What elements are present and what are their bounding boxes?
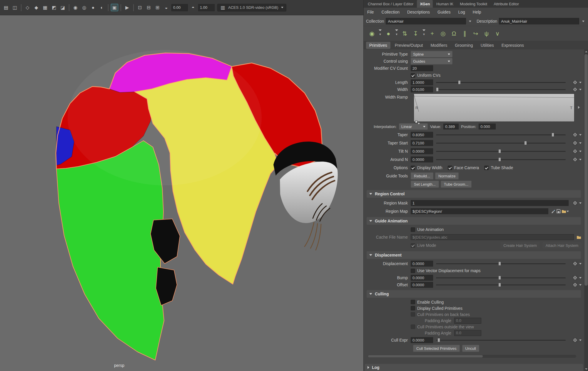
slider-thumb[interactable] [498,262,501,266]
scroll-up-button[interactable] [584,49,588,54]
slider-thumb[interactable] [498,283,501,287]
ramp-point-handle[interactable] [415,121,417,123]
culling-section-header[interactable]: Culling [367,290,581,298]
wireframe-icon[interactable]: ◇ [24,4,31,11]
map-button[interactable] [573,87,577,91]
displacement-section-header[interactable]: Displacement [367,251,581,259]
displacement-field[interactable] [411,261,433,267]
motion-blur-icon[interactable]: ◎ [81,4,88,11]
channel-menu-caret[interactable] [579,284,582,286]
map-button[interactable] [573,338,577,342]
depth-peeling-icon[interactable]: ◐ [98,4,106,11]
tab-channel-box-layer-editor[interactable]: Channel Box / Layer Editor [365,0,416,8]
save-icon[interactable] [556,209,561,214]
ramp-value-field[interactable] [443,124,459,129]
taper-slider[interactable] [436,132,566,137]
channel-menu-caret[interactable] [579,82,582,83]
menu-guides[interactable]: Guides [437,10,450,14]
paintbrush-icon[interactable] [551,209,556,214]
channel-menu-caret[interactable] [579,277,582,279]
map-button[interactable] [573,276,577,280]
slider-thumb[interactable] [524,141,527,145]
control-using-dropdown[interactable]: Guides [411,58,452,64]
clear-preview-icon[interactable]: ∨ [493,29,502,38]
slider-thumb[interactable] [436,87,439,91]
offset-field[interactable] [411,282,433,288]
collection-field[interactable] [386,18,466,24]
uncull-button[interactable]: Uncull [462,345,479,352]
tab-modeling-toolkit[interactable]: Modeling Toolkit [457,0,490,8]
normalize-button[interactable]: Normalize [435,172,459,179]
channel-menu-caret[interactable] [579,159,582,160]
film-gate-icon[interactable]: ⊟ [145,4,152,11]
slider-thumb[interactable] [498,276,501,280]
cull-expr-slider[interactable] [436,338,566,342]
shaded-icon[interactable]: ◆ [33,4,40,11]
length-slider[interactable] [436,80,566,85]
menu-log[interactable]: Log [458,10,465,14]
guide-display-caret[interactable]: ▾ [379,29,382,38]
cull-expr-field[interactable] [411,337,433,343]
use-vector-displacement-checkbox[interactable] [411,269,415,273]
guide-animation-section-header[interactable]: Guide Animation [367,217,581,225]
rebuild-button[interactable]: Rebuild... [411,172,433,179]
map-button[interactable] [573,149,577,153]
tab-human-ik[interactable]: Human IK [433,0,456,8]
gamma-icon[interactable]: ◓ [189,4,197,11]
gate-mask-icon[interactable]: ⊞ [154,4,161,11]
ramp-point-indicator[interactable] [418,122,420,124]
face-camera-checkbox[interactable] [448,166,452,170]
preview-primitives-icon[interactable]: ψ [482,29,491,38]
ramp-next-button[interactable] [576,104,582,111]
display-culled-checkbox[interactable] [411,306,415,310]
slider-thumb[interactable] [498,157,501,162]
cull-back-faces-checkbox[interactable] [411,312,415,317]
ramp-position-field[interactable] [479,124,496,129]
export-patches-icon[interactable]: ↧ [412,29,420,38]
slider-thumb[interactable] [458,80,461,84]
folder-icon[interactable] [576,234,582,240]
bump-field[interactable] [411,275,433,281]
map-button[interactable] [573,133,577,137]
use-animation-checkbox[interactable] [411,227,415,232]
slider-thumb[interactable] [552,133,554,137]
multisample-icon[interactable]: ● [89,4,97,11]
tube-shade-checkbox[interactable] [484,166,489,170]
menu-collection[interactable]: Collection [382,10,400,14]
around-n-slider[interactable] [436,157,566,162]
gamma-field[interactable] [198,4,215,11]
uniform-cvs-checkbox[interactable] [411,73,415,78]
taper-field[interactable] [411,132,433,138]
cull-outside-view-checkbox[interactable] [411,325,415,329]
shadows-icon[interactable]: ◪ [59,4,66,11]
interpolation-dropdown[interactable]: Linear [399,123,428,130]
cull-selected-primitives-button[interactable]: Cull Selected Primitives [413,345,460,352]
live-mode-checkbox[interactable] [411,243,415,248]
padding-angle-2-field[interactable] [454,330,481,336]
export-patches-caret[interactable]: ▾ [422,29,425,38]
channel-menu-caret[interactable] [579,142,582,144]
display-width-checkbox[interactable] [411,166,415,170]
vertical-scrollbar-thumb[interactable] [584,54,588,286]
channel-menu-caret[interactable] [579,263,582,264]
scalp-mesh-canvas[interactable] [0,0,363,371]
description-caret[interactable] [581,18,586,24]
xgen-tab-modifiers[interactable]: Modifiers [427,42,450,49]
map-button[interactable] [573,80,577,84]
tab-attribute-editor[interactable]: Attribute Editor [491,0,522,8]
duplicate-guides-icon[interactable]: ◎ [439,29,447,38]
taper-start-field[interactable] [411,140,433,146]
vertical-scrollbar[interactable] [584,49,588,371]
map-button[interactable] [573,201,577,205]
sculpt-guides-icon[interactable]: ⇅ [401,29,409,38]
density-paint-caret[interactable]: ▾ [395,29,398,38]
tilt-n-field[interactable] [411,148,433,154]
tube-groom-button[interactable]: Tube Groom... [441,181,472,188]
attach-hair-system-button[interactable]: Attach Hair System [542,242,582,249]
channel-menu-caret[interactable] [579,151,582,152]
xgen-tab-expressions[interactable]: Expressions [498,42,527,49]
guide-display-icon[interactable]: ◉ [368,29,376,38]
around-n-field[interactable] [411,157,433,162]
resolution-gate-icon[interactable]: ⊡ [136,4,143,11]
region-control-section-header[interactable]: Region Control [367,190,581,198]
